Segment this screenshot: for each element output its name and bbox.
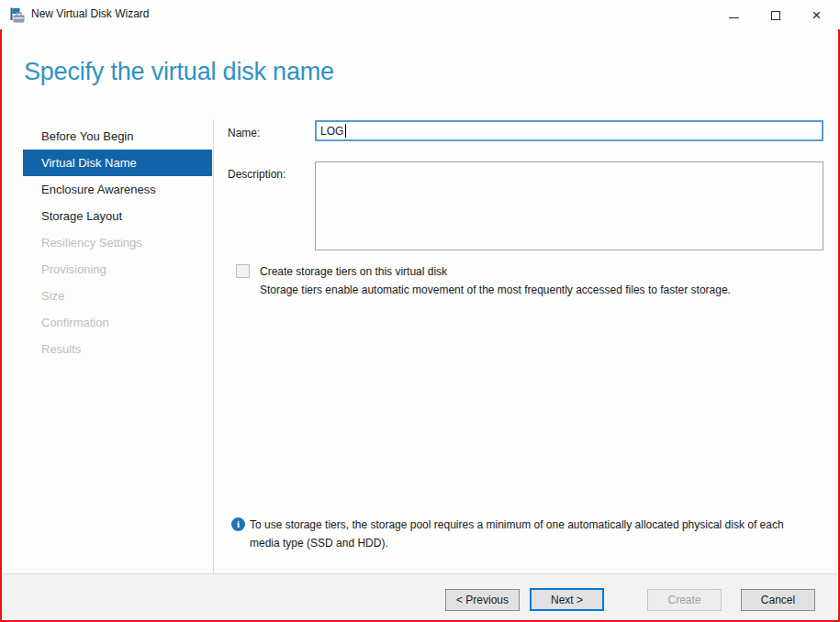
name-input[interactable]	[315, 120, 823, 141]
sidebar-item-provisioning: Provisioning	[23, 256, 212, 283]
server-manager-wizard-icon	[9, 7, 25, 23]
sidebar-item-storage-layout[interactable]: Storage Layout	[23, 203, 212, 229]
name-field-wrap	[315, 120, 823, 141]
sidebar-item-enclosure-awareness[interactable]: Enclosure Awareness	[23, 176, 212, 203]
info-note-text: To use storage tiers, the storage pool r…	[250, 516, 784, 552]
maximize-button[interactable]	[755, 2, 796, 28]
text-caret	[345, 124, 346, 138]
wizard-steps-sidebar: Before You Begin Virtual Disk Name Enclo…	[23, 123, 212, 362]
sidebar-divider	[213, 119, 214, 573]
minimize-button[interactable]	[713, 2, 755, 28]
window-controls: ×	[713, 2, 837, 28]
close-icon: ×	[812, 7, 822, 23]
sidebar-item-results: Results	[23, 336, 212, 362]
next-button[interactable]: Next >	[530, 588, 604, 611]
description-input[interactable]	[315, 161, 823, 250]
window-title: New Virtual Disk Wizard	[31, 0, 149, 28]
maximize-icon	[771, 11, 780, 20]
sidebar-item-before-you-begin[interactable]: Before You Begin	[23, 123, 212, 150]
titlebar: New Virtual Disk Wizard ×	[0, 0, 840, 29]
minimize-icon	[729, 17, 739, 18]
storage-tiers-hint: Storage tiers enable automatic movement …	[260, 282, 790, 299]
sidebar-item-resiliency-settings: Resiliency Settings	[23, 229, 212, 256]
create-button: Create	[647, 589, 722, 611]
name-label: Name:	[228, 127, 260, 139]
description-label: Description:	[228, 168, 286, 181]
sidebar-item-size: Size	[23, 283, 212, 309]
close-button[interactable]: ×	[796, 2, 837, 28]
info-icon: i	[231, 517, 245, 531]
page-title: Specify the virtual disk name	[24, 58, 334, 86]
sidebar-item-confirmation: Confirmation	[23, 309, 212, 336]
sidebar-item-virtual-disk-name[interactable]: Virtual Disk Name	[23, 150, 212, 176]
create-storage-tiers-checkbox	[236, 264, 250, 278]
previous-button[interactable]: < Previous	[445, 589, 520, 611]
create-storage-tiers-label: Create storage tiers on this virtual dis…	[260, 265, 447, 278]
cancel-button[interactable]: Cancel	[741, 589, 815, 611]
wizard-window: New Virtual Disk Wizard × Specify the vi…	[0, 0, 840, 622]
